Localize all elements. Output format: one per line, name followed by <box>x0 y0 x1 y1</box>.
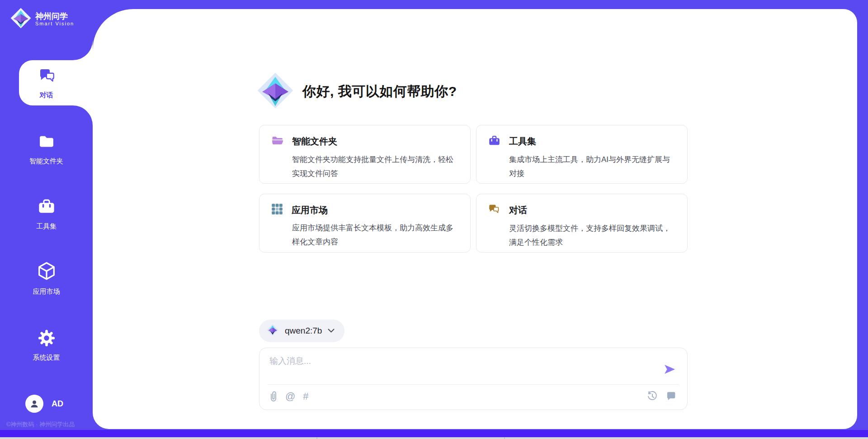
brand-subtitle: Smart Vision <box>35 21 74 27</box>
chevron-down-icon <box>328 327 335 335</box>
chat-history-icon[interactable] <box>666 391 676 401</box>
sidebar-item-app-market[interactable]: 应用市场 <box>0 261 93 296</box>
card-app-market[interactable]: 应用市场 应用市场提供丰富长文本模板，助力高效生成多样化文章内容 <box>259 194 471 253</box>
chat-bubbles-icon <box>37 66 56 87</box>
greeting-text: 你好, 我可以如何帮助你? <box>302 82 457 101</box>
send-icon[interactable] <box>664 364 675 376</box>
message-input[interactable] <box>269 354 650 382</box>
user-account[interactable]: AD <box>25 395 63 413</box>
sidebar-item-label: 应用市场 <box>33 287 60 296</box>
card-description: 应用市场提供丰富长文本模板，助力高效生成多样化文章内容 <box>292 221 460 249</box>
cube-icon <box>36 261 57 283</box>
card-chat[interactable]: 对话 灵活切换多模型文件，支持多样回复效果调试，满足个性化需求 <box>476 194 688 253</box>
card-title: 应用市场 <box>292 204 328 216</box>
horizontal-scrollbar[interactable] <box>0 437 868 439</box>
sidebar-item-chat[interactable]: 对话 <box>0 66 93 100</box>
sidebar-item-label: 工具集 <box>36 222 57 231</box>
grid-icon <box>271 203 283 217</box>
attachment-icon[interactable] <box>269 391 278 402</box>
feature-cards: 智能文件夹 智能文件夹功能支持批量文件上传与清洗，轻松实现文件问答 工具集 集成… <box>259 125 688 253</box>
sidebar-item-label: 对话 <box>40 91 53 100</box>
sidebar-item-toolset[interactable]: 工具集 <box>0 197 93 231</box>
greeting-block: 你好, 我可以如何帮助你? <box>256 72 457 111</box>
message-composer: @ # <box>259 348 688 410</box>
brand-diamond-logo <box>10 7 32 31</box>
sidebar-item-label: 智能文件夹 <box>29 157 63 166</box>
chat-bubbles-icon <box>488 203 500 217</box>
brand-diamond-logo-large <box>256 72 294 111</box>
brand-diamond-logo-small <box>266 324 279 338</box>
mention-icon[interactable]: @ <box>285 391 295 402</box>
bottom-accent-strip <box>0 430 868 437</box>
card-description: 灵活切换多模型文件，支持多样回复效果调试，满足个性化需求 <box>509 221 677 249</box>
briefcase-icon <box>37 197 56 218</box>
sidebar: 神州问学 Smart Vision 对话 智能文件夹 <box>0 0 93 439</box>
avatar <box>25 395 43 413</box>
card-title: 智能文件夹 <box>292 135 337 148</box>
briefcase-icon <box>488 134 500 148</box>
card-toolset[interactable]: 工具集 集成市场上主流工具，助力AI与外界无缝扩展与对接 <box>476 125 688 184</box>
hashtag-icon[interactable]: # <box>303 391 308 402</box>
main-content-panel: 你好, 我可以如何帮助你? 智能文件夹 智能文件夹功能支持批量文件上传与清洗，轻… <box>93 9 857 429</box>
user-name: AD <box>52 399 63 409</box>
card-description: 智能文件夹功能支持批量文件上传与清洗，轻松实现文件问答 <box>292 153 460 181</box>
history-icon[interactable] <box>646 391 658 402</box>
card-description: 集成市场上主流工具，助力AI与外界无缝扩展与对接 <box>509 153 677 181</box>
folder-open-icon <box>271 134 283 148</box>
copyright-text: ©神州数码 · 神州问学出品 <box>6 420 75 429</box>
card-title: 工具集 <box>509 135 536 148</box>
model-selector[interactable]: qwen2:7b <box>259 320 344 342</box>
card-title: 对话 <box>509 204 527 216</box>
brand-block: 神州问学 Smart Vision <box>10 7 74 31</box>
sidebar-item-smart-folder[interactable]: 智能文件夹 <box>0 132 93 166</box>
brand-name: 神州问学 <box>35 12 74 21</box>
card-smart-folder[interactable]: 智能文件夹 智能文件夹功能支持批量文件上传与清洗，轻松实现文件问答 <box>259 125 471 184</box>
model-name: qwen2:7b <box>285 326 322 336</box>
folder-icon <box>37 132 56 153</box>
composer-divider <box>268 384 679 385</box>
gear-icon <box>37 329 56 349</box>
sidebar-item-settings[interactable]: 系统设置 <box>0 329 93 362</box>
sidebar-item-label: 系统设置 <box>33 353 60 362</box>
